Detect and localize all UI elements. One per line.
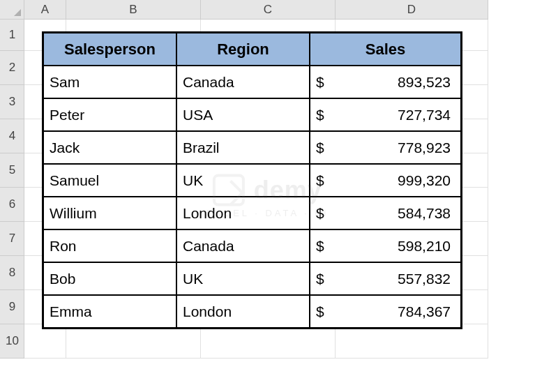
cell-sales[interactable]: $584,738 [310,197,461,229]
select-all-corner[interactable] [0,0,24,20]
column-header-d[interactable]: D [336,0,488,20]
cell-sales[interactable]: $999,320 [310,164,461,197]
cell-sales[interactable]: $727,734 [310,98,461,131]
table-row: BobUK$557,832 [43,262,461,295]
sales-amount: 784,367 [398,303,455,320]
currency-symbol: $ [316,271,324,287]
row-header-1[interactable]: 1 [0,20,24,51]
table-header-sales[interactable]: Sales [310,33,461,66]
cell-D10[interactable] [336,324,488,359]
data-table: SalespersonRegionSalesSamCanada$893,523P… [42,31,462,329]
cell-sales[interactable]: $784,367 [310,295,461,328]
cell-region[interactable]: UK [176,262,310,295]
table-row: WilliumLondon$584,738 [43,197,461,229]
cell-salesperson[interactable]: Emma [43,295,176,328]
table-row: RonCanada$598,210 [43,229,461,262]
currency-symbol: $ [316,238,324,255]
row-header-10[interactable]: 10 [0,324,24,359]
cell-salesperson[interactable]: Bob [43,262,176,295]
currency-symbol: $ [316,172,324,189]
cell-region[interactable]: Brazil [176,131,310,164]
currency-symbol: $ [316,140,324,156]
row-header-9[interactable]: 9 [0,290,24,324]
cell-salesperson[interactable]: Sam [43,66,176,98]
sales-amount: 584,738 [398,205,455,222]
cell-sales[interactable]: $778,923 [310,131,461,164]
table-row: EmmaLondon$784,367 [43,295,461,328]
column-header-a[interactable]: A [24,0,66,20]
cell-sales[interactable]: $893,523 [310,66,461,98]
row-headers: 12345678910 [0,20,24,359]
table-row: SamuelUK$999,320 [43,164,461,197]
cell-region[interactable]: UK [176,164,310,197]
cell-salesperson[interactable]: Samuel [43,164,176,197]
row-header-3[interactable]: 3 [0,85,24,119]
row-header-2[interactable]: 2 [0,51,24,85]
cell-region[interactable]: Canada [176,229,310,262]
select-all-triangle-icon [14,9,21,16]
currency-symbol: $ [316,205,324,222]
sales-amount: 893,523 [398,74,455,91]
cell-region[interactable]: Canada [176,66,310,98]
cell-region[interactable]: USA [176,98,310,131]
column-header-b[interactable]: B [66,0,201,20]
currency-symbol: $ [316,303,324,320]
cell-sales[interactable]: $557,832 [310,262,461,295]
cell-A10[interactable] [24,324,66,359]
row-header-4[interactable]: 4 [0,119,24,153]
table-header-salesperson[interactable]: Salesperson [43,33,176,66]
cell-B10[interactable] [66,324,201,359]
currency-symbol: $ [316,74,324,91]
row-header-5[interactable]: 5 [0,153,24,188]
cell-region[interactable]: London [176,295,310,328]
table-row: JackBrazil$778,923 [43,131,461,164]
table-row: SamCanada$893,523 [43,66,461,98]
table-row: PeterUSA$727,734 [43,98,461,131]
sales-amount: 557,832 [398,271,455,287]
column-header-c[interactable]: C [201,0,336,20]
cell-salesperson[interactable]: Willium [43,197,176,229]
cell-region[interactable]: London [176,197,310,229]
row-header-7[interactable]: 7 [0,222,24,256]
cell-salesperson[interactable]: Peter [43,98,176,131]
column-headers: ABCD [24,0,488,20]
row-header-8[interactable]: 8 [0,256,24,290]
sales-amount: 999,320 [398,172,455,189]
cell-C10[interactable] [201,324,336,359]
sales-amount: 727,734 [398,107,455,123]
currency-symbol: $ [316,107,324,123]
cell-salesperson[interactable]: Ron [43,229,176,262]
table-header-region[interactable]: Region [176,33,310,66]
cell-sales[interactable]: $598,210 [310,229,461,262]
row-header-6[interactable]: 6 [0,188,24,222]
sales-amount: 778,923 [398,140,455,156]
cell-salesperson[interactable]: Jack [43,131,176,164]
sales-amount: 598,210 [398,238,455,255]
